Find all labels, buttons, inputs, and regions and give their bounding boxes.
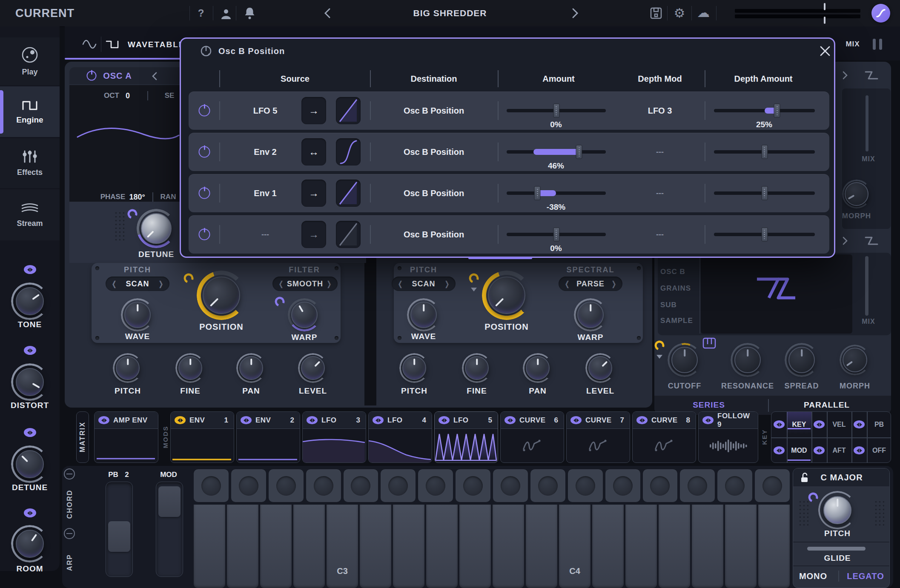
sidebar-item-engine[interactable]: Engine bbox=[0, 86, 60, 137]
row-power-icon[interactable] bbox=[199, 229, 210, 240]
chord-pad[interactable] bbox=[269, 469, 304, 502]
chord-pad[interactable] bbox=[605, 469, 640, 502]
depth-amount-slider[interactable] bbox=[714, 186, 815, 200]
piano-key[interactable]: C4 bbox=[559, 505, 590, 588]
saw-wave-icon[interactable] bbox=[864, 235, 879, 246]
mod-assign-icon[interactable] bbox=[439, 416, 450, 424]
mod-assign-icon[interactable] bbox=[702, 416, 714, 424]
mod-assign-icon[interactable] bbox=[504, 416, 516, 424]
row-destination[interactable]: Osc B Position bbox=[404, 188, 464, 198]
depth-amount-slider[interactable] bbox=[714, 103, 815, 118]
osc-b-pitch-knob[interactable] bbox=[402, 356, 426, 380]
mod-slot-lfo-3[interactable]: LFO3 bbox=[302, 411, 366, 463]
selector-prev-icon[interactable]: ❬ bbox=[397, 280, 403, 288]
macro-mod-toggle[interactable] bbox=[24, 428, 36, 437]
chord-pad[interactable] bbox=[306, 469, 341, 502]
key-source-vel[interactable]: VEL bbox=[827, 412, 851, 437]
mod-slot-curve-6[interactable]: CURVE6 bbox=[500, 411, 564, 463]
wave-knob-b[interactable] bbox=[410, 302, 437, 328]
routing-series-button[interactable]: SERIES bbox=[693, 400, 725, 410]
mono-button[interactable]: MONO bbox=[799, 571, 827, 581]
preset-name[interactable]: BIG SHREDDER bbox=[413, 8, 487, 18]
chord-pad[interactable] bbox=[231, 469, 266, 502]
osc-b-mix-slider[interactable] bbox=[865, 256, 868, 316]
chord-tab-label[interactable]: CHORD bbox=[66, 490, 74, 519]
row-depth-mod[interactable]: --- bbox=[656, 189, 664, 198]
mod-assign-icon[interactable] bbox=[774, 420, 785, 428]
scale-value[interactable]: C MAJOR bbox=[820, 473, 863, 482]
volume-handle[interactable] bbox=[824, 3, 825, 10]
osc-a-power-icon[interactable] bbox=[87, 71, 97, 81]
chord-pad[interactable] bbox=[530, 469, 565, 502]
piano-key[interactable] bbox=[758, 505, 790, 588]
arp-collapse-icon[interactable] bbox=[64, 528, 75, 539]
pitchbend-wheel[interactable] bbox=[106, 482, 133, 577]
arp-tab-label[interactable]: ARP bbox=[66, 554, 74, 571]
help-button[interactable]: ? bbox=[198, 7, 204, 19]
macro-mod-toggle[interactable] bbox=[24, 508, 36, 517]
row-source[interactable]: Env 2 bbox=[254, 147, 276, 157]
piano-key[interactable] bbox=[625, 505, 657, 588]
piano-key[interactable] bbox=[293, 505, 325, 588]
sidebar-item-effects[interactable]: Effects bbox=[0, 138, 60, 188]
depth-amount-slider[interactable] bbox=[714, 145, 815, 159]
depth-amount-slider[interactable] bbox=[714, 227, 815, 242]
expand-chevron-icon[interactable] bbox=[842, 237, 848, 245]
mod-slot-amp-env[interactable]: AMP ENV bbox=[94, 411, 158, 463]
source-item-sample[interactable]: SAMPLE bbox=[660, 317, 693, 325]
selector-prev-icon[interactable]: ❬ bbox=[564, 280, 570, 288]
routing-parallel-button[interactable]: PARALLEL bbox=[804, 400, 850, 410]
row-direction-button[interactable]: ↔ bbox=[301, 138, 326, 166]
chord-pad[interactable] bbox=[194, 469, 229, 502]
pitch-mode-selector-b[interactable]: ❬ SCAN ❭ bbox=[392, 277, 456, 291]
notifications-bell-icon[interactable] bbox=[244, 7, 255, 20]
pause-icon[interactable] bbox=[871, 39, 884, 51]
source-item-sub[interactable]: SUB bbox=[660, 301, 677, 309]
piano-key[interactable] bbox=[426, 505, 458, 588]
pitchbend-range[interactable]: 2 bbox=[125, 471, 129, 479]
mod-assign-icon[interactable] bbox=[854, 420, 865, 428]
row-curve-button[interactable] bbox=[336, 97, 361, 124]
volume-handle-lower[interactable] bbox=[824, 17, 825, 24]
source-item-grains[interactable]: GRAINS bbox=[660, 284, 691, 293]
morph-lower-knob[interactable] bbox=[843, 348, 867, 372]
mod-assign-icon[interactable] bbox=[307, 416, 318, 424]
piano-key[interactable] bbox=[526, 505, 557, 588]
selector-next-icon[interactable]: ❭ bbox=[444, 280, 450, 288]
chord-pad[interactable] bbox=[344, 469, 378, 502]
expand-chevron-icon[interactable] bbox=[842, 71, 848, 80]
square-wave-tab-icon[interactable] bbox=[105, 39, 120, 50]
warp-knob[interactable] bbox=[291, 302, 318, 328]
key-source-pb[interactable]: PB bbox=[867, 412, 891, 437]
piano-key[interactable]: C3 bbox=[327, 505, 358, 588]
drag-handle-dots[interactable] bbox=[798, 500, 808, 526]
osc-b-pan-knob[interactable] bbox=[526, 356, 550, 380]
osc-a-prev-icon[interactable] bbox=[151, 71, 158, 81]
mod-assign-icon[interactable] bbox=[570, 416, 582, 424]
row-power-icon[interactable] bbox=[199, 146, 210, 158]
scale-lock-icon[interactable] bbox=[800, 472, 809, 483]
user-icon[interactable] bbox=[221, 8, 232, 20]
row-source[interactable]: LFO 5 bbox=[253, 106, 278, 116]
piano-key[interactable] bbox=[393, 505, 424, 588]
position-knob[interactable] bbox=[203, 277, 240, 314]
row-direction-button[interactable]: → bbox=[301, 97, 326, 124]
room-knob[interactable] bbox=[16, 530, 44, 558]
modal-close-icon[interactable] bbox=[820, 46, 831, 57]
distort-knob[interactable] bbox=[16, 368, 44, 396]
chord-pad[interactable] bbox=[381, 469, 416, 502]
volume-slider-track[interactable] bbox=[735, 14, 860, 18]
row-destination[interactable]: Osc B Position bbox=[404, 147, 464, 157]
piano-key[interactable] bbox=[659, 505, 690, 588]
glide-slider[interactable] bbox=[807, 547, 866, 551]
row-depth-mod[interactable]: --- bbox=[656, 230, 664, 239]
key-source-key[interactable]: KEY bbox=[787, 412, 811, 437]
preset-next-button[interactable] bbox=[571, 8, 579, 19]
pitch-mode-selector[interactable]: ❬ SCAN ❭ bbox=[106, 277, 169, 291]
selector-next-icon[interactable]: ❭ bbox=[326, 280, 332, 288]
tab-wavetable[interactable]: WAVETABLE bbox=[128, 40, 185, 49]
drag-handle-dots[interactable] bbox=[874, 500, 884, 526]
row-depth-mod[interactable]: LFO 3 bbox=[648, 106, 672, 116]
selector-prev-icon[interactable]: ❬ bbox=[278, 280, 284, 288]
spectral-mode-selector[interactable]: ❬ PARSE ❭ bbox=[559, 277, 622, 291]
